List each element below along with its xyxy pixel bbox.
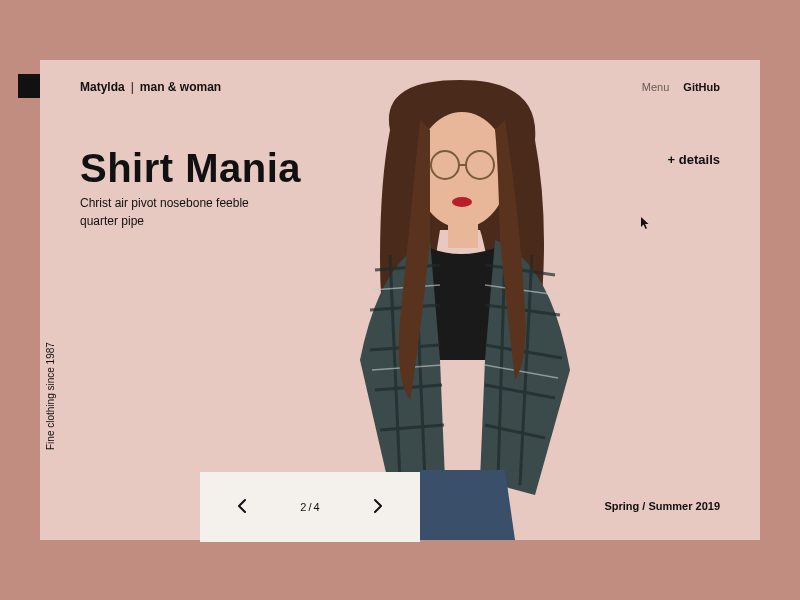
pager: 2 / 4 [200,472,420,542]
cursor-icon [640,216,650,233]
svg-line-23 [485,285,558,295]
back-arrow-icon[interactable] [519,82,533,92]
pager-count: 2 / 4 [300,501,319,513]
brand-header: Matylda | man & woman [80,80,221,94]
github-link[interactable]: GitHub [683,81,720,93]
hero-photo [280,60,640,540]
svg-line-14 [485,265,555,275]
season-label: Spring / Summer 2019 [604,500,720,512]
chevron-left-icon [236,498,248,514]
prev-button[interactable] [230,492,254,523]
brand-sub: man & woman [140,80,221,94]
drop-icon[interactable] [547,80,557,94]
svg-line-18 [485,425,545,438]
svg-point-1 [416,112,508,228]
svg-line-8 [370,305,440,310]
page-card: Matylda | man & woman Slide Out Box Menu… [40,60,760,540]
details-link[interactable]: + details [668,152,720,167]
svg-rect-0 [280,60,640,540]
side-tagline: Fine clothing since 1987 [45,342,56,450]
accent-block [18,74,40,98]
pager-total: 4 [314,501,320,513]
nav-label[interactable]: Slide Out Box Menu [571,81,669,93]
hero-title: Shirt Mania [80,146,301,191]
svg-line-13 [415,250,425,480]
pager-separator: / [308,501,311,513]
svg-line-11 [380,425,444,430]
svg-line-20 [520,255,532,485]
svg-rect-6 [448,220,478,248]
svg-line-10 [375,385,442,390]
svg-point-2 [431,151,459,179]
next-button[interactable] [366,492,390,523]
svg-line-12 [390,255,400,480]
svg-line-17 [485,385,555,398]
svg-line-7 [375,265,440,270]
brand-separator: | [131,80,134,94]
svg-line-15 [485,305,560,315]
svg-line-21 [372,285,440,290]
header-right: Slide Out Box Menu GitHub [519,80,720,94]
svg-line-22 [372,365,442,370]
brand-name[interactable]: Matylda [80,80,125,94]
hero-subtitle: Christ air pivot nosebone feeble quarter… [80,194,280,230]
pager-current: 2 [300,501,306,513]
svg-line-19 [498,250,505,480]
svg-line-24 [485,365,558,378]
chevron-right-icon [372,498,384,514]
svg-point-3 [466,151,494,179]
svg-line-16 [485,345,562,358]
svg-line-9 [370,345,440,350]
svg-point-5 [452,197,472,207]
